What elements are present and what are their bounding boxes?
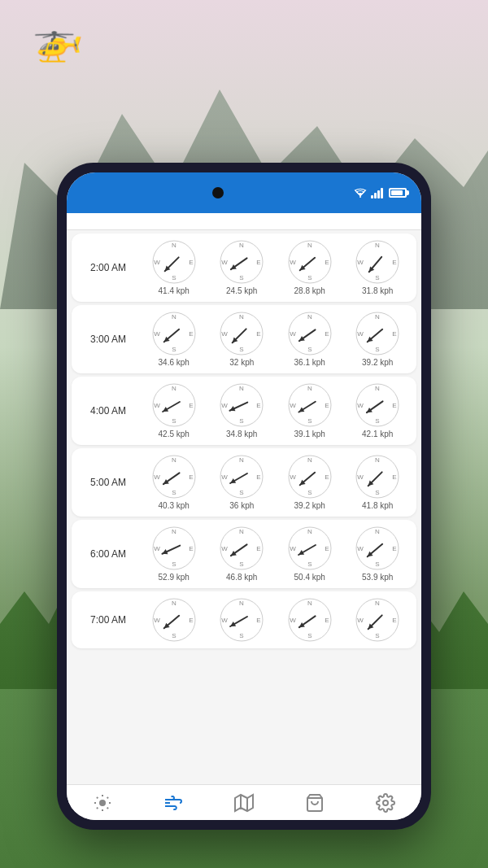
wind-speed: 34.6 kph bbox=[159, 358, 190, 367]
wind-cell: NSEW41.4 kph bbox=[140, 240, 208, 295]
svg-text:N: N bbox=[375, 385, 380, 392]
svg-text:S: S bbox=[172, 632, 176, 639]
svg-text:N: N bbox=[239, 528, 244, 535]
svg-text:W: W bbox=[290, 545, 296, 552]
table-row: 7:00 AMNSEWNSEWNSEWNSEW bbox=[72, 591, 416, 648]
map-icon bbox=[234, 793, 254, 818]
svg-text:E: E bbox=[257, 545, 261, 552]
compass-svg: NSEW bbox=[355, 598, 399, 642]
wind-cell: NSEW39.2 kph bbox=[344, 312, 412, 367]
compass-svg: NSEW bbox=[355, 526, 399, 570]
shop-icon bbox=[305, 793, 325, 818]
svg-text:W: W bbox=[290, 330, 296, 338]
svg-text:E: E bbox=[257, 473, 261, 481]
nav-item-weather[interactable]: Weather bbox=[67, 793, 137, 820]
svg-text:E: E bbox=[393, 330, 397, 338]
wind-speed: 41.4 kph bbox=[159, 286, 190, 295]
page-title bbox=[0, 33, 488, 73]
row-time: 2:00 AM bbox=[76, 262, 140, 273]
table-row: 5:00 AMNSEW40.3 kphNSEW36 kphNSEW39.2 kp… bbox=[72, 448, 416, 517]
wind-cell: NSEW32 kph bbox=[208, 312, 277, 367]
wind-speed: 42.1 kph bbox=[362, 430, 393, 438]
row-time: 5:00 AM bbox=[76, 477, 140, 488]
svg-text:W: W bbox=[357, 617, 364, 624]
svg-text:W: W bbox=[154, 330, 160, 338]
svg-text:N: N bbox=[375, 242, 380, 249]
svg-text:N: N bbox=[375, 600, 380, 607]
svg-text:E: E bbox=[325, 617, 329, 624]
svg-text:N: N bbox=[375, 456, 380, 464]
wind-cell: NSEW bbox=[208, 598, 277, 642]
svg-text:N: N bbox=[239, 242, 244, 249]
svg-text:S: S bbox=[376, 417, 380, 425]
svg-text:S: S bbox=[240, 560, 244, 568]
svg-text:S: S bbox=[307, 632, 312, 639]
row-time: 3:00 AM bbox=[76, 334, 140, 345]
svg-text:S: S bbox=[307, 560, 312, 568]
compass-svg: NSEW bbox=[220, 526, 264, 570]
svg-text:W: W bbox=[357, 473, 364, 481]
compass-svg: NSEW bbox=[288, 383, 332, 427]
compass-svg: NSEW bbox=[355, 240, 399, 284]
svg-text:E: E bbox=[189, 259, 193, 266]
compass-svg: NSEW bbox=[152, 598, 196, 642]
compass-svg: NSEW bbox=[220, 598, 264, 642]
wind-speed: 52.9 kph bbox=[159, 573, 190, 582]
svg-text:N: N bbox=[172, 313, 176, 321]
svg-text:E: E bbox=[325, 473, 329, 481]
svg-text:S: S bbox=[307, 274, 312, 281]
svg-text:N: N bbox=[375, 528, 380, 535]
svg-text:N: N bbox=[239, 456, 244, 464]
wind-speed: 39.2 kph bbox=[362, 358, 393, 367]
svg-text:S: S bbox=[376, 560, 380, 568]
wind-speed: 40.3 kph bbox=[159, 501, 190, 510]
svg-text:E: E bbox=[393, 259, 397, 266]
wind-speed: 50.4 kph bbox=[294, 573, 325, 582]
svg-text:W: W bbox=[357, 545, 364, 552]
wind-cell: NSEW42.1 kph bbox=[344, 383, 412, 438]
svg-text:W: W bbox=[290, 259, 296, 266]
svg-text:E: E bbox=[257, 617, 261, 624]
compass-svg: NSEW bbox=[288, 598, 332, 642]
wind-speed: 53.9 kph bbox=[362, 573, 393, 582]
nav-item-wind[interactable]: Wind bbox=[137, 793, 208, 820]
compass-svg: NSEW bbox=[152, 312, 196, 355]
wifi-icon bbox=[354, 188, 367, 198]
wind-cell: NSEW42.5 kph bbox=[140, 383, 208, 438]
camera-cutout bbox=[212, 187, 224, 198]
svg-text:E: E bbox=[325, 402, 329, 409]
compass-svg: NSEW bbox=[220, 312, 264, 355]
svg-text:W: W bbox=[357, 402, 364, 409]
svg-text:W: W bbox=[154, 473, 160, 481]
status-bar bbox=[67, 172, 421, 213]
wind-speed: 46.8 kph bbox=[226, 573, 257, 582]
wind-speed: 28.8 kph bbox=[294, 286, 325, 295]
svg-text:N: N bbox=[307, 385, 312, 392]
svg-text:E: E bbox=[189, 473, 193, 481]
svg-text:S: S bbox=[240, 274, 244, 281]
svg-text:W: W bbox=[154, 402, 160, 409]
svg-text:S: S bbox=[307, 489, 312, 496]
settings-icon bbox=[376, 793, 395, 818]
wind-cell: NSEW53.9 kph bbox=[344, 526, 412, 582]
svg-text:W: W bbox=[221, 617, 228, 624]
wind-cell: NSEW50.4 kph bbox=[276, 526, 344, 582]
wind-cell: NSEW28.8 kph bbox=[276, 240, 344, 295]
svg-text:S: S bbox=[307, 346, 312, 353]
nav-item-settings[interactable]: Settings bbox=[351, 793, 421, 820]
row-time: 6:00 AM bbox=[76, 548, 140, 560]
wind-cell: NSEW46.8 kph bbox=[208, 526, 277, 582]
svg-text:S: S bbox=[172, 417, 176, 425]
bottom-nav: WeatherWindMapShopSettings bbox=[67, 784, 421, 820]
nav-item-shop[interactable]: Shop bbox=[280, 793, 351, 820]
nav-item-map[interactable]: Map bbox=[208, 793, 279, 820]
svg-text:N: N bbox=[307, 600, 312, 607]
content-area: 2:00 AMNSEW41.4 kphNSEW24.5 kphNSEW28.8 … bbox=[67, 230, 421, 784]
svg-text:W: W bbox=[221, 259, 228, 266]
svg-text:E: E bbox=[325, 545, 329, 552]
svg-text:E: E bbox=[257, 259, 261, 266]
svg-text:E: E bbox=[393, 545, 397, 552]
compass-svg: NSEW bbox=[220, 455, 264, 499]
table-row: 4:00 AMNSEW42.5 kphNSEW34.8 kphNSEW39.1 … bbox=[72, 377, 416, 445]
wind-speed: 36 kph bbox=[229, 501, 254, 510]
